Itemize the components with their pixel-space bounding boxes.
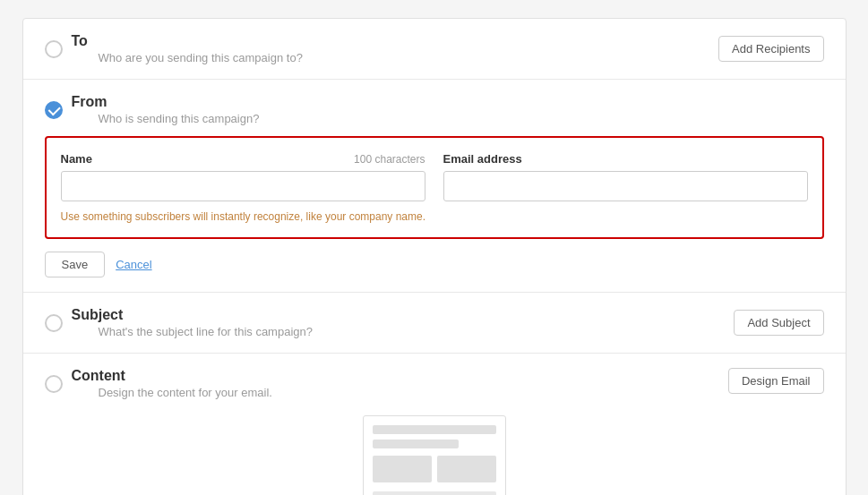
subject-section-title-block: Subject What's the subject line for this… (72, 307, 314, 338)
name-label-row: Name 100 characters (61, 152, 425, 166)
subject-title: Subject (72, 307, 314, 323)
preview-col-right (437, 456, 496, 482)
subject-circle-icon (45, 314, 63, 332)
to-section: To Who are you sending this campaign to?… (23, 19, 846, 80)
name-hint: Use something subscribers will instantly… (61, 210, 808, 223)
email-field-group: Email address (443, 152, 808, 201)
subject-title-group: Subject What's the subject line for this… (45, 307, 314, 338)
to-circle-icon (45, 40, 63, 58)
from-form-row: Name 100 characters Email address (61, 152, 808, 201)
from-title: From (72, 94, 260, 110)
email-preview (363, 415, 506, 495)
to-section-title-block: To Who are you sending this campaign to? (72, 33, 303, 64)
save-button[interactable]: Save (45, 252, 106, 277)
preview-bar-2 (373, 440, 460, 448)
preview-line-1 (373, 491, 496, 495)
from-section-title-block: From Who is sending this campaign? (72, 94, 260, 125)
subject-subtitle: What's the subject line for this campaig… (99, 325, 314, 338)
from-section: From Who is sending this campaign? Name … (23, 80, 846, 293)
name-char-count: 100 characters (354, 153, 425, 166)
to-title: To (72, 33, 303, 49)
from-form-body: Name 100 characters Email address Use so… (45, 136, 824, 277)
content-section-title-block: Content Design the content for your emai… (72, 368, 272, 399)
preview-bar-1 (373, 425, 496, 434)
content-circle-icon (45, 375, 63, 393)
design-email-button[interactable]: Design Email (728, 368, 824, 394)
from-form-box: Name 100 characters Email address Use so… (45, 136, 824, 239)
add-recipients-button[interactable]: Add Recipients (718, 36, 823, 62)
name-field-group: Name 100 characters (61, 152, 425, 201)
content-title: Content (72, 368, 272, 384)
preview-two-col (373, 456, 496, 482)
content-subtitle: Design the content for your email. (99, 386, 272, 399)
from-title-group: From Who is sending this campaign? (45, 94, 260, 125)
to-subtitle: Who are you sending this campaign to? (99, 51, 303, 64)
name-field-label: Name (61, 152, 92, 166)
from-form-actions: Save Cancel (45, 252, 824, 277)
from-section-header: From Who is sending this campaign? (45, 94, 824, 125)
email-preview-wrapper (45, 406, 824, 495)
from-circle-icon (45, 101, 63, 119)
subject-section-header: Subject What's the subject line for this… (45, 307, 824, 338)
content-section-header: Content Design the content for your emai… (45, 368, 824, 399)
cancel-button[interactable]: Cancel (116, 258, 151, 271)
to-section-header: To Who are you sending this campaign to?… (45, 33, 824, 64)
email-input[interactable] (443, 171, 808, 201)
preview-lines (373, 491, 496, 495)
to-title-group: To Who are you sending this campaign to? (45, 33, 303, 64)
preview-col-left (373, 456, 432, 482)
content-section: Content Design the content for your emai… (23, 354, 846, 495)
from-subtitle: Who is sending this campaign? (99, 112, 260, 125)
add-subject-button[interactable]: Add Subject (734, 310, 823, 336)
campaign-setup-panel: To Who are you sending this campaign to?… (22, 18, 847, 495)
email-label-row: Email address (443, 152, 808, 166)
name-input[interactable] (61, 171, 425, 201)
content-title-group: Content Design the content for your emai… (45, 368, 272, 399)
email-field-label: Email address (443, 152, 522, 166)
subject-section: Subject What's the subject line for this… (23, 293, 846, 354)
